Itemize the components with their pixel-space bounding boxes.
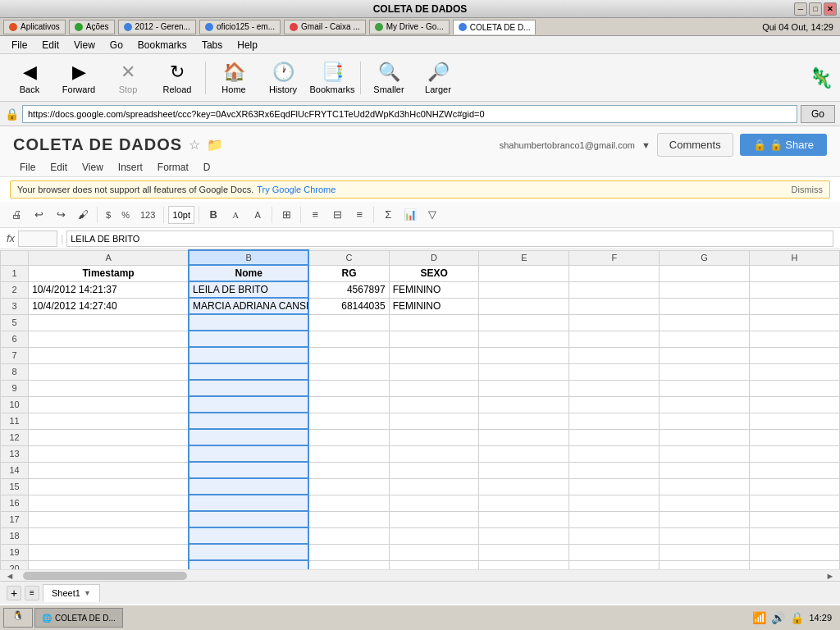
cell-c[interactable]: [308, 462, 389, 478]
bottom-task-coleta[interactable]: 🌐 COLETA DE D...: [34, 608, 123, 628]
cell-c[interactable]: [308, 413, 389, 429]
cell-g[interactable]: [660, 511, 750, 527]
cell-f3[interactable]: [569, 298, 660, 314]
cell-h[interactable]: [750, 396, 840, 413]
cell-f[interactable]: [569, 495, 660, 511]
cell-a[interactable]: [29, 462, 189, 478]
cell-e[interactable]: [479, 396, 569, 413]
cell-e[interactable]: [479, 544, 569, 560]
cell-g[interactable]: [660, 396, 750, 413]
merge-button[interactable]: ⊞: [276, 205, 296, 225]
cell-b[interactable]: [189, 396, 308, 413]
cell-b[interactable]: [189, 527, 308, 544]
cell-b[interactable]: [189, 347, 308, 363]
horizontal-scrollbar[interactable]: ◄ ►: [0, 569, 840, 581]
cell-f[interactable]: [569, 560, 660, 569]
cell-f[interactable]: [569, 527, 660, 544]
cell-d[interactable]: [389, 560, 479, 569]
maximize-button[interactable]: □: [809, 2, 822, 16]
home-button[interactable]: 🏠 Home: [211, 57, 257, 98]
menu-view[interactable]: View: [67, 38, 102, 52]
cell-d[interactable]: [389, 429, 479, 445]
cell-h[interactable]: [750, 511, 840, 527]
cell-c[interactable]: [308, 331, 389, 347]
add-sheet-button[interactable]: +: [7, 586, 21, 600]
sum-button[interactable]: Σ: [378, 205, 398, 225]
cell-d[interactable]: [389, 527, 479, 544]
cell-f[interactable]: [569, 478, 660, 495]
menu-tabs[interactable]: Tabs: [195, 38, 229, 52]
taskbar-item-oficio[interactable]: oficio125 - em...: [199, 20, 281, 34]
comments-button[interactable]: Comments: [657, 133, 733, 157]
menu-help[interactable]: Help: [231, 38, 264, 52]
cell-e[interactable]: [479, 331, 569, 347]
larger-button[interactable]: 🔎 Larger: [415, 57, 461, 98]
cell-c[interactable]: [308, 445, 389, 462]
cell-d[interactable]: [389, 462, 479, 478]
cell-b2[interactable]: LEILA DE BRITO: [189, 281, 308, 298]
cell-f[interactable]: [569, 380, 660, 396]
decimal-button[interactable]: 123: [136, 205, 159, 225]
cell-d3[interactable]: FEMININO: [389, 298, 479, 314]
sheet-tab-sheet1[interactable]: Sheet1 ▼: [43, 584, 100, 602]
cell-d[interactable]: [389, 445, 479, 462]
cell-d[interactable]: [389, 544, 479, 560]
taskbar-item-acoes[interactable]: Ações: [69, 20, 115, 34]
cell-b[interactable]: [189, 495, 308, 511]
cell-f[interactable]: [569, 429, 660, 445]
col-header-b[interactable]: B: [189, 250, 308, 265]
align-right-button[interactable]: ≡: [349, 205, 369, 225]
filter-button[interactable]: ▽: [422, 205, 442, 225]
cell-a[interactable]: [29, 331, 189, 347]
gdoc-menu-view[interactable]: View: [75, 160, 110, 175]
cell-f[interactable]: [569, 347, 660, 363]
cell-b[interactable]: [189, 511, 308, 527]
sheet-tab-arrow[interactable]: ▼: [84, 589, 91, 597]
cell-b[interactable]: [189, 462, 308, 478]
minimize-button[interactable]: ─: [794, 2, 807, 16]
cell-b[interactable]: [189, 314, 308, 331]
cell-a2[interactable]: 10/4/2012 14:21:37: [29, 281, 189, 298]
reload-button[interactable]: ↻ Reload: [154, 57, 200, 98]
cell-f[interactable]: [569, 544, 660, 560]
cell-e[interactable]: [479, 429, 569, 445]
cell-d[interactable]: [389, 413, 479, 429]
cell-c[interactable]: [308, 544, 389, 560]
cell-c[interactable]: [308, 495, 389, 511]
history-button[interactable]: 🕐 History: [260, 57, 306, 98]
close-button[interactable]: ✕: [824, 2, 837, 16]
cell-f[interactable]: [569, 314, 660, 331]
paint-format-button[interactable]: 🖌: [73, 205, 93, 225]
currency-button[interactable]: $: [102, 205, 115, 225]
undo-button[interactable]: ↩: [29, 205, 48, 225]
col-header-e[interactable]: E: [479, 250, 569, 265]
taskbar-item-2012[interactable]: 2012 - Geren...: [118, 20, 196, 34]
cell-a[interactable]: [29, 413, 189, 429]
cell-g3[interactable]: [660, 298, 750, 314]
cell-b[interactable]: [189, 478, 308, 495]
taskbar-item-coleta[interactable]: COLETA DE D...: [453, 20, 536, 34]
cell-e[interactable]: [479, 380, 569, 396]
cell-d[interactable]: [389, 478, 479, 495]
cell-g[interactable]: [660, 331, 750, 347]
cell-h[interactable]: [750, 462, 840, 478]
cell-e[interactable]: [479, 445, 569, 462]
cell-f1[interactable]: [569, 265, 660, 281]
share-button[interactable]: 🔒 🔒 Share: [740, 134, 827, 156]
cell-d[interactable]: [389, 314, 479, 331]
cell-a[interactable]: [29, 363, 189, 380]
gdoc-menu-edit[interactable]: Edit: [43, 160, 74, 175]
formula-input[interactable]: [66, 231, 833, 247]
gdoc-menu-file[interactable]: File: [13, 160, 42, 175]
notice-dismiss[interactable]: Dismiss: [792, 185, 824, 194]
menu-file[interactable]: File: [5, 38, 34, 52]
cell-g[interactable]: [660, 347, 750, 363]
cell-a[interactable]: [29, 429, 189, 445]
smaller-button[interactable]: 🔍 Smaller: [366, 57, 412, 98]
cell-a[interactable]: [29, 445, 189, 462]
cell-g[interactable]: [660, 413, 750, 429]
scroll-thumb[interactable]: [23, 572, 187, 580]
print-button[interactable]: 🖨: [7, 205, 26, 225]
cell-c[interactable]: [308, 347, 389, 363]
cell-a[interactable]: [29, 544, 189, 560]
